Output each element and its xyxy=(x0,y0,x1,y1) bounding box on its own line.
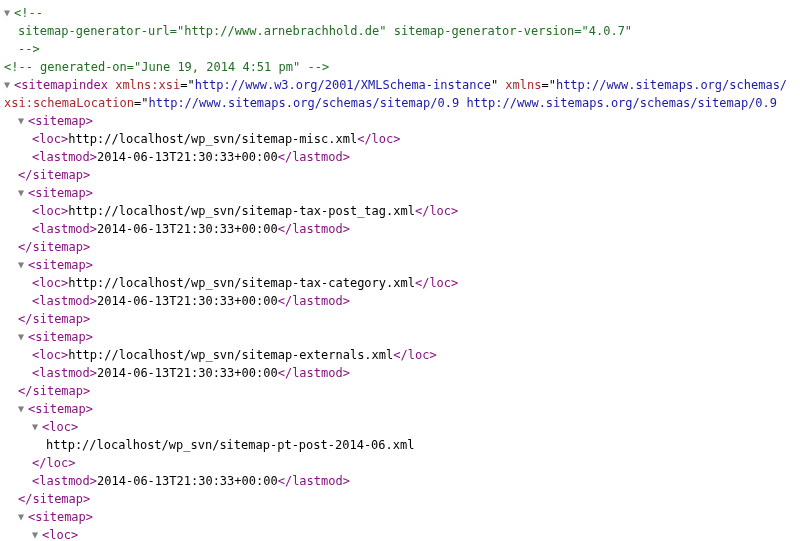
tag-line: ▼<sitemap> xyxy=(4,256,796,274)
tag-line: <lastmod>2014-06-13T21:30:33+00:00</last… xyxy=(4,292,796,310)
tag-name: sitemap xyxy=(35,114,86,128)
tag-name: /loc xyxy=(422,276,451,290)
toggle-icon[interactable]: ▼ xyxy=(4,77,14,92)
tag-name: loc xyxy=(49,420,71,434)
toggle-icon[interactable]: ▼ xyxy=(18,257,28,272)
tag-name: /lastmod xyxy=(285,222,343,236)
tag-name: /loc xyxy=(401,348,430,362)
tag-name: lastmod xyxy=(39,366,90,380)
tag-line: <lastmod>2014-06-13T21:30:33+00:00</last… xyxy=(4,148,796,166)
tag-name: lastmod xyxy=(39,294,90,308)
tag-line: </sitemap> xyxy=(4,382,796,400)
tag-line: ▼<loc> xyxy=(4,526,796,541)
tag-name: /lastmod xyxy=(285,366,343,380)
tag-line: </sitemap> xyxy=(4,310,796,328)
lastmod-value: 2014-06-13T21:30:33+00:00 xyxy=(97,474,278,488)
loc-value: http://localhost/wp_svn/sitemap-misc.xml xyxy=(68,132,357,146)
tag-name: loc xyxy=(39,276,61,290)
lastmod-value: 2014-06-13T21:30:33+00:00 xyxy=(97,222,278,236)
loc-value: http://localhost/wp_svn/sitemap-external… xyxy=(68,348,393,362)
tag-line: <loc>http://localhost/wp_svn/sitemap-ext… xyxy=(4,346,796,364)
comment-line: <!-- generated-on="June 19, 2014 4:51 pm… xyxy=(4,58,796,76)
tag-line: ▼<sitemap> xyxy=(4,400,796,418)
tag-name: loc xyxy=(39,204,61,218)
tag-name: lastmod xyxy=(39,222,90,236)
tag-line: <loc>http://localhost/wp_svn/sitemap-mis… xyxy=(4,130,796,148)
tag-name: sitemap xyxy=(35,258,86,272)
tag-name: /loc xyxy=(39,456,68,470)
tag-line: <lastmod>2014-06-13T21:30:33+00:00</last… xyxy=(4,364,796,382)
attr-value: http://www.sitemaps.org/schemas/sitemap/… xyxy=(149,96,778,110)
toggle-icon[interactable]: ▼ xyxy=(18,185,28,200)
attr-name: xsi:schemaLocation xyxy=(4,96,134,110)
tag-name: /lastmod xyxy=(285,474,343,488)
tag-name: loc xyxy=(39,348,61,362)
tag-name: sitemap xyxy=(35,330,86,344)
attr-name: xmlns xyxy=(505,78,541,92)
tag-line: ▼<sitemap> xyxy=(4,184,796,202)
tag-line: </sitemap> xyxy=(4,490,796,508)
tag-name: /sitemap xyxy=(25,384,83,398)
tag-name: /sitemap xyxy=(25,312,83,326)
lastmod-value: 2014-06-13T21:30:33+00:00 xyxy=(97,366,278,380)
comment-text: sitemap-generator-url="http://www.arnebr… xyxy=(18,24,632,38)
comment-line: --> xyxy=(4,40,796,58)
tag-line: </sitemap> xyxy=(4,238,796,256)
attr-value: http://www.sitemaps.org/schemas/ xyxy=(556,78,787,92)
tag-line: ▼<loc> xyxy=(4,418,796,436)
toggle-icon[interactable]: ▼ xyxy=(18,401,28,416)
attr-name: xmlns:xsi xyxy=(115,78,180,92)
comment-line: ▼<!-- xyxy=(4,4,796,22)
tag-name: lastmod xyxy=(39,474,90,488)
toggle-icon[interactable]: ▼ xyxy=(18,329,28,344)
tag-line: <lastmod>2014-06-13T21:30:33+00:00</last… xyxy=(4,472,796,490)
tag-name: /lastmod xyxy=(285,150,343,164)
toggle-icon[interactable]: ▼ xyxy=(32,419,42,434)
toggle-icon[interactable]: ▼ xyxy=(32,527,42,541)
toggle-icon[interactable]: ▼ xyxy=(18,509,28,524)
tag-line: </loc> xyxy=(4,454,796,472)
comment-text: <!-- generated-on="June 19, 2014 4:51 pm… xyxy=(4,60,329,74)
loc-value: http://localhost/wp_svn/sitemap-tax-cate… xyxy=(68,276,415,290)
loc-value: http://localhost/wp_svn/sitemap-tax-post… xyxy=(68,204,415,218)
tag-line: ▼<sitemap> xyxy=(4,112,796,130)
tag-line: <lastmod>2014-06-13T21:30:33+00:00</last… xyxy=(4,220,796,238)
tag-name: sitemap xyxy=(35,510,86,524)
tag-line: ▼<sitemap> xyxy=(4,508,796,526)
tag-name: /sitemap xyxy=(25,168,83,182)
toggle-icon[interactable]: ▼ xyxy=(4,5,14,20)
comment-text: --> xyxy=(18,42,40,56)
tag-name: sitemap xyxy=(35,186,86,200)
text-line: http://localhost/wp_svn/sitemap-pt-post-… xyxy=(4,436,796,454)
tag-name: /sitemap xyxy=(25,240,83,254)
tag-name: /loc xyxy=(364,132,393,146)
tag-line: </sitemap> xyxy=(4,166,796,184)
lastmod-value: 2014-06-13T21:30:33+00:00 xyxy=(97,294,278,308)
comment-text: <!-- xyxy=(14,6,43,20)
tag-name: sitemapindex xyxy=(21,78,108,92)
tag-line: ▼<sitemap> xyxy=(4,328,796,346)
tag-name: lastmod xyxy=(39,150,90,164)
toggle-icon[interactable]: ▼ xyxy=(18,113,28,128)
tag-name: loc xyxy=(39,132,61,146)
tag-line: <loc>http://localhost/wp_svn/sitemap-tax… xyxy=(4,274,796,292)
tag-name: /sitemap xyxy=(25,492,83,506)
tag-line: <loc>http://localhost/wp_svn/sitemap-tax… xyxy=(4,202,796,220)
comment-line: sitemap-generator-url="http://www.arnebr… xyxy=(4,22,796,40)
tag-name: loc xyxy=(49,528,71,541)
tag-line: ▼<sitemapindex xmlns:xsi="http://www.w3.… xyxy=(4,76,796,94)
tag-name: sitemap xyxy=(35,402,86,416)
lastmod-value: 2014-06-13T21:30:33+00:00 xyxy=(97,150,278,164)
tag-line: xsi:schemaLocation="http://www.sitemaps.… xyxy=(4,94,796,112)
tag-name: /lastmod xyxy=(285,294,343,308)
tag-name: /loc xyxy=(422,204,451,218)
loc-value: http://localhost/wp_svn/sitemap-pt-post-… xyxy=(46,438,414,452)
attr-value: http://www.w3.org/2001/XMLSchema-instanc… xyxy=(195,78,491,92)
